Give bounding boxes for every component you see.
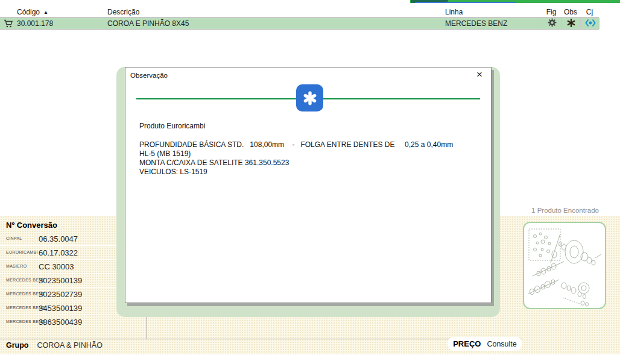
- row-codigo: 30.001.178: [17, 19, 53, 28]
- group-row: GrupoCOROA & PINHÃO: [6, 341, 103, 350]
- column-header-descricao[interactable]: Descrição: [107, 8, 139, 16]
- column-header-codigo[interactable]: Código▲: [17, 8, 48, 16]
- conversion-code: 60.17.0322: [39, 248, 78, 257]
- conversion-row: MERCEDES BENZ 3023502739: [0, 287, 121, 301]
- parts-catalog-window: Código▲ Descrição Linha Fig Obs Cj 30.00…: [0, 0, 620, 364]
- group-label: Grupo: [6, 341, 29, 350]
- results-count: 1 Produto Encontrado: [523, 207, 607, 214]
- column-header-linha[interactable]: Linha: [445, 8, 463, 16]
- conversion-row: MASIERO CC 30003: [0, 260, 121, 274]
- row-linha: MERCEDES BENZ: [445, 19, 507, 28]
- observation-line: MONTA C/CAIXA DE SATELITE 361.350.5523: [139, 158, 453, 168]
- brand-banner-underline: [415, 2, 516, 3]
- observation-line: VEICULOS: LS-1519: [139, 168, 453, 177]
- conversion-code: CC 30003: [39, 262, 74, 271]
- conversion-panel: Nº Conversão CINPAL 06.35.0047 EURORICAM…: [0, 216, 121, 328]
- conversion-code: 06.35.0047: [39, 234, 78, 243]
- observation-modal: Observação × Produto Euroricambi PROFUND…: [125, 67, 492, 303]
- observation-line: PROFUNDIDADE BÁSICA STD. 108,00mm - FOLG…: [139, 140, 453, 149]
- price-consult-link[interactable]: Consulte: [487, 340, 516, 348]
- column-header-fig-label: Fig: [546, 8, 557, 16]
- conversion-code: 3023502739: [39, 290, 82, 299]
- conversion-brand: CINPAL: [6, 236, 22, 240]
- conversion-row: CINPAL 06.35.0047: [0, 232, 121, 246]
- column-header-cj-label: Cj: [586, 8, 593, 16]
- chevrons-dot-icon[interactable]: [585, 19, 596, 29]
- asterisk-icon[interactable]: [567, 19, 575, 29]
- obs-button[interactable]: [561, 18, 581, 29]
- conversion-brand: EURORICAMBI: [6, 250, 38, 254]
- row-divider: [0, 29, 599, 30]
- conversion-row: MERCEDES BENZ 3023500139: [0, 274, 121, 287]
- exploded-parts-drawing: [524, 223, 605, 308]
- conversion-row: MERCEDES BENZ 3453500139: [0, 301, 121, 315]
- exploded-view-thumbnail[interactable]: [523, 222, 606, 309]
- close-icon[interactable]: ×: [476, 69, 482, 80]
- asterisk-badge-icon: [296, 84, 323, 111]
- sort-asc-icon[interactable]: ▲: [43, 10, 48, 15]
- modal-title: Observação: [130, 72, 168, 79]
- brand-banner: [410, 0, 620, 3]
- column-header-codigo-label: Código: [17, 8, 40, 16]
- column-header-obs-label: Obs: [564, 8, 577, 16]
- conversion-code: 3453500139: [39, 304, 82, 313]
- row-descricao: COROA E PINHÃO 8X45: [107, 19, 189, 28]
- column-header-descricao-label: Descrição: [107, 8, 139, 16]
- results-table-header: Código▲ Descrição Linha Fig Obs Cj: [0, 7, 599, 17]
- footer-divider: [0, 339, 522, 339]
- conversion-brand: MASIERO: [6, 264, 27, 268]
- modal-body: Produto Euroricambi PROFUNDIDADE BÁSICA …: [139, 122, 453, 177]
- observation-intro: Produto Euroricambi: [139, 122, 453, 130]
- gear-icon[interactable]: [548, 18, 557, 29]
- fig-button[interactable]: [542, 18, 561, 29]
- table-row-selected[interactable]: 30.001.178 COROA E PINHÃO 8X45 MERCEDES …: [0, 18, 599, 29]
- price-label: PREÇO: [453, 339, 481, 348]
- conversion-row: MERCEDES BENZ 3863500439: [0, 315, 121, 328]
- column-header-linha-label: Linha: [445, 8, 463, 16]
- cj-button[interactable]: [580, 18, 600, 29]
- column-header-cj[interactable]: Cj: [580, 8, 599, 16]
- conversion-code: 3023500139: [39, 276, 82, 285]
- conversion-row: EURORICAMBI 60.17.0322: [0, 246, 121, 260]
- modal-halo: Observação × Produto Euroricambi PROFUND…: [116, 67, 500, 317]
- conversion-code: 3863500439: [39, 318, 82, 327]
- price-pill: PREÇO Consulte: [448, 337, 522, 351]
- observation-line: HL-5 (MB 1519): [139, 149, 453, 158]
- conversion-title: Nº Conversão: [0, 216, 121, 232]
- group-value: COROA & PINHÃO: [37, 341, 103, 350]
- column-divider: [147, 313, 147, 339]
- column-header-obs[interactable]: Obs: [561, 8, 580, 16]
- column-header-fig[interactable]: Fig: [542, 8, 561, 16]
